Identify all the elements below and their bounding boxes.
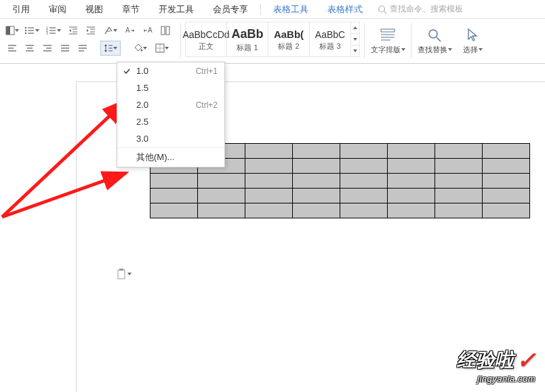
increase-indent-button[interactable] bbox=[83, 23, 99, 38]
number-list-button[interactable]: 123 bbox=[43, 23, 64, 38]
svg-point-8 bbox=[25, 33, 26, 34]
chevron-down-icon bbox=[127, 273, 132, 275]
style-label: 标题 2 bbox=[278, 40, 299, 53]
chevron-down-icon bbox=[113, 29, 117, 32]
style-heading3[interactable]: AaBbC 标题 3 bbox=[309, 22, 351, 57]
find-replace-button[interactable]: 查找替换 bbox=[416, 22, 453, 60]
style-gallery: AaBbCcDd 正文 AaBb 标题 1 AaBb( 标题 2 AaBbC 标… bbox=[185, 22, 360, 57]
menu-chapter[interactable]: 章节 bbox=[113, 1, 149, 18]
menu-separator bbox=[260, 4, 261, 15]
decrease-indent-button[interactable] bbox=[65, 23, 81, 38]
svg-point-66 bbox=[429, 30, 437, 38]
style-heading1[interactable]: AaBb 标题 1 bbox=[226, 22, 268, 57]
svg-point-6 bbox=[25, 30, 26, 31]
svg-rect-3 bbox=[6, 26, 10, 35]
shading-color-button[interactable] bbox=[130, 41, 150, 56]
align-center-button[interactable] bbox=[22, 41, 38, 56]
ltr-button[interactable]: A bbox=[122, 23, 138, 38]
spacing-label: 3.0 bbox=[136, 134, 148, 144]
svg-line-27 bbox=[109, 27, 112, 31]
svg-marker-54 bbox=[104, 50, 107, 52]
select-button[interactable]: 选择 bbox=[453, 22, 491, 60]
menubar: 引用 审阅 视图 章节 开发工具 会员专享 表格工具 表格样式 查找命令、搜索模… bbox=[0, 0, 545, 19]
svg-marker-53 bbox=[104, 44, 107, 46]
text-layout-icon bbox=[380, 27, 396, 43]
spacing-2.5[interactable]: 2.5 bbox=[117, 113, 224, 130]
style-normal[interactable]: AaBbCcDd 正文 bbox=[185, 22, 227, 57]
chevron-down-icon bbox=[401, 48, 405, 51]
check-icon bbox=[123, 67, 131, 75]
spacing-label: 1.0 bbox=[136, 66, 148, 76]
svg-line-67 bbox=[437, 37, 441, 41]
gallery-up-icon[interactable] bbox=[351, 22, 359, 34]
toolbar-separator bbox=[411, 23, 411, 58]
bullet-list-button[interactable] bbox=[22, 23, 42, 38]
search-placeholder: 查找命令、搜索模板 bbox=[390, 3, 463, 15]
svg-marker-31 bbox=[133, 29, 134, 32]
svg-point-0 bbox=[379, 5, 385, 12]
svg-marker-22 bbox=[87, 29, 89, 32]
style-gallery-scroll[interactable] bbox=[350, 22, 360, 57]
rtl-button[interactable]: A bbox=[140, 23, 156, 38]
spacing-3.0[interactable]: 3.0 bbox=[117, 130, 224, 148]
search-icon bbox=[378, 5, 387, 14]
text-layout-label: 文字排版 bbox=[371, 45, 401, 55]
svg-line-26 bbox=[105, 27, 109, 34]
toolbar-separator bbox=[364, 23, 365, 58]
menu-reference[interactable]: 引用 bbox=[3, 1, 39, 18]
text-layout-button[interactable]: 文字排版 bbox=[369, 22, 407, 60]
style-preview: AaBb( bbox=[274, 26, 304, 40]
svg-rect-36 bbox=[166, 26, 169, 35]
svg-rect-35 bbox=[161, 26, 165, 35]
spacing-other[interactable]: 其他(M)... bbox=[117, 148, 224, 167]
gallery-down-icon[interactable] bbox=[351, 34, 359, 45]
menu-table-tools[interactable]: 表格工具 bbox=[264, 1, 318, 18]
style-preview: AaBbC bbox=[315, 26, 345, 40]
chevron-down-icon bbox=[448, 48, 452, 51]
spacing-2.0[interactable]: 2.0 Ctrl+2 bbox=[117, 96, 224, 113]
chevron-down-icon bbox=[165, 47, 169, 50]
search-box[interactable]: 查找命令、搜索模板 bbox=[378, 3, 463, 15]
chevron-down-icon bbox=[35, 29, 39, 32]
spacing-label: 其他(M)... bbox=[136, 151, 174, 163]
gallery-more-icon[interactable] bbox=[351, 45, 359, 56]
spacing-1.0[interactable]: 1.0 Ctrl+1 bbox=[117, 62, 224, 79]
menu-table-style[interactable]: 表格样式 bbox=[318, 1, 372, 18]
menu-devtools[interactable]: 开发工具 bbox=[149, 1, 203, 18]
menu-review[interactable]: 审阅 bbox=[39, 1, 76, 18]
style-heading2[interactable]: AaBb( 标题 2 bbox=[268, 22, 310, 57]
style-label: 标题 3 bbox=[319, 40, 340, 53]
svg-marker-33 bbox=[144, 29, 145, 32]
chevron-down-icon bbox=[113, 47, 117, 50]
spacing-label: 1.5 bbox=[136, 83, 148, 93]
menu-view[interactable]: 视图 bbox=[76, 1, 113, 18]
text-direction-button[interactable] bbox=[100, 23, 121, 38]
chevron-down-icon bbox=[15, 29, 19, 32]
svg-text:3: 3 bbox=[46, 31, 48, 35]
svg-rect-68 bbox=[118, 270, 125, 279]
watermark: 经验啦 ✓ jingyanla.com bbox=[457, 347, 536, 384]
paste-options-button[interactable] bbox=[117, 269, 132, 279]
align-left-button[interactable] bbox=[4, 41, 20, 56]
ribbon: 123 A A AaBbCcDd 正文 AaBb bbox=[0, 19, 545, 64]
style-preview: AaBbCcDd bbox=[182, 26, 229, 40]
menu-vip[interactable]: 会员专享 bbox=[203, 1, 258, 18]
spacing-shortcut: Ctrl+1 bbox=[196, 66, 218, 76]
find-icon bbox=[427, 27, 442, 43]
spacing-1.5[interactable]: 1.5 bbox=[117, 79, 224, 96]
distribute-button[interactable] bbox=[75, 41, 91, 56]
borders-button[interactable] bbox=[152, 41, 172, 56]
watermark-url: jingyanla.com bbox=[457, 374, 536, 384]
asian-layout-button[interactable] bbox=[157, 23, 174, 38]
svg-rect-69 bbox=[119, 269, 123, 271]
align-justify-button[interactable] bbox=[57, 41, 73, 56]
spacing-label: 2.5 bbox=[136, 117, 148, 127]
chevron-down-icon bbox=[57, 29, 61, 32]
style-label: 正文 bbox=[199, 40, 214, 53]
line-spacing-button[interactable] bbox=[100, 41, 121, 56]
paragraph-group: 123 A A bbox=[1, 22, 176, 63]
align-right-button[interactable] bbox=[39, 41, 56, 56]
shading-partial-icon[interactable] bbox=[4, 23, 20, 38]
find-replace-label: 查找替换 bbox=[418, 45, 447, 55]
line-spacing-menu: 1.0 Ctrl+1 1.5 2.0 Ctrl+2 2.5 3.0 其他(M).… bbox=[117, 62, 225, 168]
